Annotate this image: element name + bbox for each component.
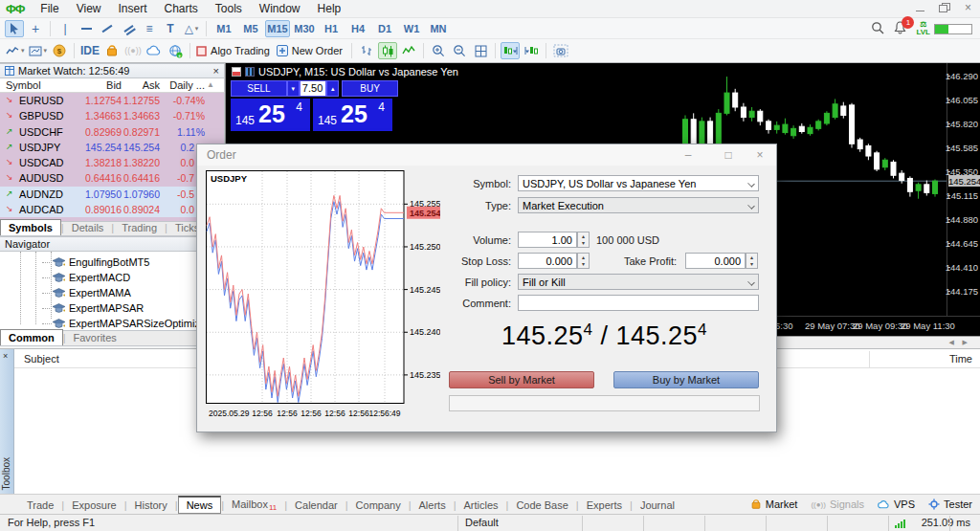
signals-icon[interactable]: ((●)) — [123, 42, 143, 59]
tab-common[interactable]: Common — [0, 329, 63, 345]
comment-input[interactable] — [518, 295, 759, 311]
notifications-bell-icon[interactable]: 1 — [894, 21, 906, 36]
market-watch-titlebar[interactable]: Market Watch: 12:56:49 × — [0, 63, 225, 78]
toolbox-tab-experts[interactable]: Experts — [579, 498, 630, 513]
line-mode-icon[interactable] — [399, 42, 418, 59]
toolbox-tab-company[interactable]: Company — [348, 498, 409, 513]
zoom-in-icon[interactable] — [429, 42, 448, 59]
navigator-titlebar[interactable]: Navigator — [0, 236, 225, 252]
buy-by-market-button[interactable]: Buy by Market — [613, 371, 759, 388]
tab-trading[interactable]: Trading — [114, 221, 165, 235]
horizontal-line-tool-icon[interactable] — [77, 20, 96, 37]
market-bag-icon[interactable] — [102, 42, 122, 59]
column-symbol[interactable]: Symbol — [6, 79, 41, 91]
toolbox-tab-history[interactable]: History — [127, 498, 175, 513]
price-axis[interactable]: 146.290146.055145.820145.585145.350145.1… — [947, 63, 980, 316]
sell-by-market-button[interactable]: Sell by Market — [449, 371, 594, 388]
search-icon[interactable] — [871, 21, 884, 36]
cloud-icon[interactable] — [145, 42, 164, 59]
signals-service-button[interactable]: ((●)) Signals — [811, 498, 864, 510]
column-subject[interactable]: Subject — [24, 353, 59, 365]
market-watch-row-usdcad[interactable]: ↘USDCAD1.382181.382200.0 — [0, 155, 224, 170]
symbol-combobox[interactable]: USDJPY, US Dollar vs Japanese Yen — [518, 175, 759, 191]
volume-spinner[interactable]: ▴▾ — [577, 232, 590, 248]
deposit-coin-icon[interactable]: $ — [50, 42, 69, 59]
timeframe-h4[interactable]: H4 — [345, 20, 370, 37]
zoom-out-icon[interactable] — [450, 42, 469, 59]
tab-symbols[interactable]: Symbols — [0, 219, 61, 235]
toolbox-tab-mailbox[interactable]: Mailbox11 — [224, 497, 284, 514]
type-combobox[interactable]: Market Execution — [518, 197, 759, 213]
oneclick-volume-down-button[interactable]: ▾ — [287, 80, 300, 97]
market-watch-scroll-up-icon[interactable]: ▲ — [207, 80, 214, 89]
navigator-item-expertmapsarsizeoptimized[interactable]: ExpertMAPSARSizeOptimized — [42, 316, 212, 330]
market-watch-row-audnzd[interactable]: ↗AUDNZD1.079501.07960-0.5 — [0, 187, 224, 202]
oneclick-sell-price[interactable]: 145 25 4 — [231, 99, 310, 131]
algo-trading-button[interactable]: Algo Trading — [195, 42, 274, 59]
market-watch-row-usdjpy[interactable]: ↗USDJPY145.254145.2540.2 — [0, 140, 224, 155]
market-service-button[interactable]: Market — [750, 498, 798, 510]
dialog-minimize-icon[interactable]: – — [680, 148, 696, 162]
navigator-item-expertmapsar[interactable]: ExpertMAPSAR — [42, 300, 144, 316]
column-bid[interactable]: Bid — [106, 79, 122, 91]
market-watch-row-audusd[interactable]: ↘AUDUSD0.644160.64416-0.7 — [0, 170, 224, 186]
timeframe-m30[interactable]: M30 — [292, 20, 317, 37]
text-tool-icon[interactable]: T — [161, 20, 180, 37]
oneclick-buy-price[interactable]: 145 25 4 — [313, 99, 392, 131]
status-latency[interactable]: 251.09 ms — [922, 517, 970, 528]
column-ask[interactable]: Ask — [143, 79, 160, 91]
dialog-close-icon[interactable]: × — [752, 148, 768, 162]
navigator-item-engulfingbotmt5[interactable]: EngulfingBotMT5 — [42, 254, 149, 270]
market-watch-close-icon[interactable]: × — [213, 65, 219, 77]
volume-input[interactable]: 1.00 — [518, 232, 577, 248]
new-order-button[interactable]: New Order — [276, 42, 346, 59]
status-profile[interactable]: Default — [465, 517, 499, 528]
tester-service-button[interactable]: Tester — [928, 498, 972, 510]
menu-help[interactable]: Help — [309, 1, 350, 16]
stop-loss-input[interactable]: 0.000 — [518, 253, 577, 269]
trendline-tool-icon[interactable] — [98, 20, 117, 37]
chart-shift-icon[interactable] — [522, 42, 541, 59]
market-watch-row-audcad[interactable]: ↘AUDCAD0.890160.890240.0 — [0, 202, 224, 217]
bars-mode-icon[interactable] — [357, 42, 376, 59]
menu-file[interactable]: File — [32, 1, 67, 16]
ide-button[interactable]: IDE — [79, 42, 100, 59]
market-watch-row-usdchf[interactable]: ↗USDCHF0.829690.829711.11% — [0, 124, 224, 140]
timeframe-d1[interactable]: D1 — [372, 20, 397, 37]
crosshair-tool-icon[interactable]: + — [26, 20, 45, 37]
column-time[interactable]: Time — [949, 353, 972, 365]
oneclick-buy-button[interactable]: BUY — [342, 80, 398, 97]
window-minimize-button[interactable] — [914, 3, 926, 13]
fibonacci-tool-icon[interactable]: ≡ — [140, 20, 159, 37]
toolbox-close-icon[interactable]: × — [3, 351, 8, 361]
stop-loss-spinner[interactable]: ▴▾ — [577, 253, 590, 269]
chart-window-icon[interactable]: ▾ — [28, 42, 49, 59]
take-profit-input[interactable]: 0.000 — [685, 253, 746, 269]
toolbox-tab-calendar[interactable]: Calendar — [287, 498, 345, 513]
column-daily[interactable]: Daily ... — [169, 79, 205, 91]
timeframe-mn[interactable]: MN — [426, 20, 451, 37]
vertical-line-tool-icon[interactable]: | — [56, 20, 75, 37]
timeframe-m15[interactable]: M15 — [265, 20, 290, 37]
vps-service-button[interactable]: VPS — [878, 498, 915, 510]
toolbox-tab-news[interactable]: News — [178, 496, 222, 514]
navigator-item-expertmama[interactable]: ExpertMAMA — [42, 285, 131, 300]
scroll-right-icon[interactable]: ▶ — [963, 339, 968, 346]
timeframe-w1[interactable]: W1 — [399, 20, 424, 37]
menu-view[interactable]: View — [68, 1, 110, 16]
oneclick-volume-up-button[interactable]: ▴ — [326, 80, 339, 97]
timeframe-m5[interactable]: M5 — [238, 20, 263, 37]
fill-policy-combobox[interactable]: Fill or Kill — [518, 274, 759, 290]
menu-window[interactable]: Window — [251, 1, 309, 16]
toolbox-tab-journal[interactable]: Journal — [633, 498, 682, 513]
menu-tools[interactable]: Tools — [207, 1, 251, 16]
shapes-tool-icon[interactable]: △▾ — [182, 20, 201, 37]
menu-insert[interactable]: Insert — [109, 1, 155, 16]
level-meter[interactable]: ⚖LVL — [916, 21, 972, 36]
auto-scroll-icon[interactable] — [501, 42, 520, 59]
timeframe-m1[interactable]: M1 — [212, 20, 236, 37]
menu-charts[interactable]: Charts — [156, 1, 207, 16]
toolbox-tab-code-base[interactable]: Code Base — [508, 498, 575, 513]
market-watch-row-eurusd[interactable]: ↘EURUSD1.127541.12755-0.74% — [0, 93, 224, 108]
toolbox-tab-exposure[interactable]: Exposure — [64, 498, 123, 513]
